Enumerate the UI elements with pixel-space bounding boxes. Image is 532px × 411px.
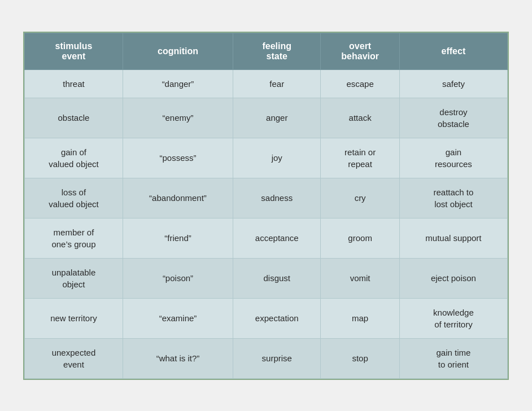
table-cell: destroy obstacle <box>399 98 507 138</box>
table-cell: unexpected event <box>25 338 123 378</box>
table-cell: new territory <box>25 298 123 338</box>
table-cell: map <box>321 298 399 338</box>
table-cell: “examine” <box>123 298 233 338</box>
table-cell: stop <box>321 338 399 378</box>
table-cell: loss of valued object <box>25 178 123 218</box>
table-cell: surprise <box>233 338 321 378</box>
table-cell: gain of valued object <box>25 138 123 178</box>
table-body: threat“danger”fearescapesafetyobstacle“e… <box>25 69 508 378</box>
table-row: loss of valued object“abandonment”sadnes… <box>25 178 508 218</box>
table-cell: member of one’s group <box>25 218 123 258</box>
table-cell: fear <box>233 69 321 98</box>
table-cell: acceptance <box>233 218 321 258</box>
table-cell: gain time to orient <box>399 338 507 378</box>
table-cell: gain resources <box>399 138 507 178</box>
table-cell: reattach to lost object <box>399 178 507 218</box>
table-cell: disgust <box>233 258 321 298</box>
table-cell: cry <box>321 178 399 218</box>
table-cell: anger <box>233 98 321 138</box>
table-row: threat“danger”fearescapesafety <box>25 69 508 98</box>
table-cell: retain or repeat <box>321 138 399 178</box>
emotion-table: stimulus event cognition feeling state o… <box>24 33 508 379</box>
header-stimulus-event: stimulus event <box>25 33 123 69</box>
table-row: gain of valued object“possess”joyretain … <box>25 138 508 178</box>
table-cell: obstacle <box>25 98 123 138</box>
table-cell: knowledge of territory <box>399 298 507 338</box>
header-overt-behavior: overt behavior <box>321 33 399 69</box>
emotion-table-wrapper: stimulus event cognition feeling state o… <box>23 32 509 380</box>
table-cell: “enemy” <box>123 98 233 138</box>
header-feeling-state: feeling state <box>233 33 321 69</box>
table-cell: eject poison <box>399 258 507 298</box>
table-row: unpalatable object“poison”disgustvomitej… <box>25 258 508 298</box>
table-cell: “possess” <box>123 138 233 178</box>
table-cell: attack <box>321 98 399 138</box>
table-cell: “danger” <box>123 69 233 98</box>
table-cell: unpalatable object <box>25 258 123 298</box>
table-cell: sadness <box>233 178 321 218</box>
table-row: new territory“examine”expectationmapknow… <box>25 298 508 338</box>
table-cell: expectation <box>233 298 321 338</box>
table-cell: joy <box>233 138 321 178</box>
table-row: member of one’s group“friend”acceptanceg… <box>25 218 508 258</box>
table-cell: mutual support <box>399 218 507 258</box>
header-cognition: cognition <box>123 33 233 69</box>
header-effect: effect <box>399 33 507 69</box>
table-cell: “friend” <box>123 218 233 258</box>
table-cell: “what is it?” <box>123 338 233 378</box>
header-row: stimulus event cognition feeling state o… <box>25 33 508 69</box>
table-cell: safety <box>399 69 507 98</box>
table-cell: vomit <box>321 258 399 298</box>
table-row: obstacle“enemy”angerattackdestroy obstac… <box>25 98 508 138</box>
table-cell: groom <box>321 218 399 258</box>
table-cell: escape <box>321 69 399 98</box>
table-cell: threat <box>25 69 123 98</box>
table-cell: “abandonment” <box>123 178 233 218</box>
table-cell: “poison” <box>123 258 233 298</box>
table-row: unexpected event“what is it?”surprisesto… <box>25 338 508 378</box>
